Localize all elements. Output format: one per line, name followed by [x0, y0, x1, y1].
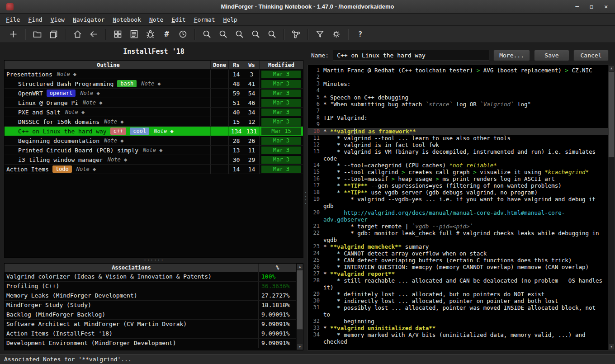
editor-line[interactable]: 9: [308, 121, 608, 128]
editor-line[interactable]: 3Minutes:: [308, 80, 608, 87]
find-outline-by-tag-button[interactable]: [233, 28, 246, 40]
editor-line[interactable]: 33* **valgrind uninitialized data**: [308, 325, 608, 331]
editor-line[interactable]: 23* **valgrind memcheck** summary: [308, 243, 608, 250]
find-note-by-name-button[interactable]: [217, 28, 229, 40]
open-repository-button[interactable]: [31, 28, 43, 40]
save-button[interactable]: Save: [534, 50, 569, 61]
outline-column-header-ws[interactable]: Ws: [244, 61, 260, 69]
editor-line[interactable]: 11 * valgrind --tool ... learn to use al…: [308, 135, 608, 142]
outline-column-header-rs[interactable]: Rs: [229, 61, 244, 69]
recent-notes-button[interactable]: [177, 28, 189, 40]
editor-line[interactable]: 8TIP Valgrind:: [308, 114, 608, 121]
outline-row[interactable]: OpenWRTopenwrtNote ◆5954Mar 3: [5, 89, 303, 98]
editor-line[interactable]: 29 * definitely lost ... allocated, but …: [308, 291, 608, 298]
menu-notebook[interactable]: Notebook: [109, 14, 145, 25]
associations-header-label[interactable]: Associations: [5, 264, 258, 272]
editor-line[interactable]: 24 * CANNOT detect array overflow when o…: [308, 250, 608, 257]
editor-line[interactable]: 6* "When submitting bug attach `strace` …: [308, 101, 608, 108]
home-button[interactable]: [71, 28, 84, 40]
markdown-editor[interactable]: 1Martin Franc @ Redhat (C++ toolchain te…: [308, 65, 615, 350]
full-text-search-button[interactable]: [266, 28, 278, 40]
menu-find[interactable]: Find: [24, 14, 46, 25]
title-bar[interactable]: MindForger - Thinking Notebook - 1.47.0 …: [0, 0, 615, 14]
editor-line[interactable]: 28 * still reachable ... allocated and C…: [308, 277, 608, 291]
editor-line[interactable]: 13 * valgrind is VM (binary is decompile…: [308, 148, 608, 162]
association-row[interactable]: Development Environment (MindForger Deve…: [5, 339, 296, 348]
note-name-input[interactable]: [333, 50, 489, 61]
menu-edit[interactable]: Edit: [167, 14, 189, 25]
association-row[interactable]: Backlog (MindForger Backlog)9.09091%: [5, 310, 296, 320]
association-row[interactable]: Valgrind colorizer (Ideas & Vision & Inn…: [5, 272, 296, 282]
outline-column-header-outline[interactable]: Outline: [5, 61, 211, 69]
menu-navigator[interactable]: Navigator: [69, 14, 109, 25]
editor-line[interactable]: 27* **valgrind report**: [308, 270, 608, 277]
outline-row[interactable]: C++ on Linux the hard wayc++coolNote ◆13…: [5, 127, 303, 136]
close-button[interactable]: ✕: [604, 3, 608, 10]
editor-line[interactable]: 30 * indirectly lost ... allocated, poin…: [308, 298, 608, 304]
editor-scrollbar-thumb[interactable]: [608, 71, 615, 157]
scroll-up-icon[interactable]: ▲: [297, 264, 303, 270]
editor-line[interactable]: 1Martin Franc @ Redhat (C++ toolchain te…: [308, 67, 608, 74]
editor-line[interactable]: 34 * memory marked with A/V bits (uninit…: [308, 331, 608, 345]
outline-row[interactable]: Action ItemstodoNote ◆1414Mar 3: [5, 165, 303, 174]
navigator-button[interactable]: [290, 28, 302, 40]
editor-line[interactable]: 10* **valgrind as framework**: [308, 128, 608, 135]
adapt-button[interactable]: [330, 28, 342, 40]
editor-line[interactable]: 18 * **TIP** use vgdb server (gdb debugs…: [308, 189, 608, 196]
associations-scrollbar[interactable]: ▲ ▼: [296, 264, 303, 350]
duplicate-button[interactable]: [47, 28, 60, 40]
associations-panel[interactable]: Associations % Valgrind colorizer (Ideas…: [4, 263, 303, 350]
more-button[interactable]: More...: [493, 50, 530, 61]
outline-row[interactable]: PXE and SaltNote ◆4034Mar 3: [5, 108, 303, 117]
associations-scrollbar-thumb[interactable]: [297, 270, 303, 330]
maximize-button[interactable]: ◻: [590, 3, 593, 10]
editor-scrollbar[interactable]: ▲ ▼: [608, 65, 615, 350]
editor-line[interactable]: 31 * possibly lost ... allocated, pointe…: [308, 304, 608, 318]
association-row[interactable]: Software Architect at MindForger (CV Mar…: [5, 320, 296, 329]
editor-line[interactable]: 12 * valgrind is in fact tool fwk: [308, 142, 608, 148]
editor-line[interactable]: 4: [308, 87, 608, 94]
menu-note[interactable]: Note: [145, 14, 167, 25]
scroll-down-icon[interactable]: ▼: [297, 344, 303, 350]
find-outline-by-name-button[interactable]: [201, 28, 213, 40]
editor-line[interactable]: 22 * gdb: monitor leak_check full # valg…: [308, 230, 608, 243]
new-notebook-button[interactable]: [7, 28, 19, 40]
list-view-button[interactable]: [128, 28, 140, 40]
menu-format[interactable]: Format: [190, 14, 219, 25]
editor-line[interactable]: 16 * --tool=massif > heap usage > ms_pri…: [308, 175, 608, 182]
editor-line[interactable]: 14 * --tool=cachegrind (CPU caches) *not…: [308, 162, 608, 169]
tags-button[interactable]: #: [161, 28, 173, 40]
help-button[interactable]: ?: [354, 28, 366, 40]
outline-row[interactable]: DNSSEC for 150k domainsNote ◆1512Mar 3: [5, 117, 303, 127]
outline-row[interactable]: i3 tiling window managerNote ◆3029Mar 3: [5, 155, 303, 165]
scroll-down-icon[interactable]: ▼: [608, 344, 615, 350]
menu-help[interactable]: Help: [219, 14, 241, 25]
editor-line[interactable]: 5* Speech on C++ debugging: [308, 94, 608, 101]
outline-row[interactable]: PresentationsNote ◆143Mar 3: [5, 70, 303, 79]
editor-line[interactable]: 32 beginning: [308, 318, 608, 325]
editor-line[interactable]: 26 * INTERVIEW QUESTION: memcpy (memory …: [308, 264, 608, 270]
editor-line[interactable]: 7: [308, 108, 608, 114]
cancel-button[interactable]: Cancel: [573, 50, 609, 61]
find-note-by-tag-button[interactable]: [250, 28, 262, 40]
association-row[interactable]: Action Items (InstallFest '18)9.09091%: [5, 329, 296, 339]
outline-row[interactable]: Linux @ Orange PiNote ◆5146Mar 3: [5, 98, 303, 108]
editor-line[interactable]: 2: [308, 74, 608, 80]
editor-line[interactable]: 17 * **TIP** --gen-supressions=yes (filt…: [308, 182, 608, 189]
outline-row[interactable]: Beginning documentationNote ◆2826Mar 3: [5, 136, 303, 146]
minimize-button[interactable]: ─: [576, 3, 579, 10]
outline-column-header-modified[interactable]: Modified: [260, 61, 303, 69]
scroll-up-icon[interactable]: ▲: [608, 65, 615, 71]
editor-line[interactable]: 15 * --tool=callgrind > creates call gra…: [308, 169, 608, 175]
grid-view-button[interactable]: [112, 28, 124, 40]
association-row[interactable]: Memory Leaks (MindForger Development)27.…: [5, 291, 296, 301]
outline-column-header-done[interactable]: Done: [211, 61, 229, 69]
editor-line[interactable]: 19 * valgrind --vgdb=yes ... i.e. if you…: [308, 196, 608, 209]
vertical-splitter[interactable]: ····: [303, 43, 308, 354]
bug-tracker-button[interactable]: [144, 28, 156, 40]
association-row[interactable]: Profiling (C++)36.3636%: [5, 282, 296, 291]
menu-file[interactable]: File: [2, 14, 24, 25]
back-button[interactable]: [88, 28, 100, 40]
editor-line[interactable]: 21 * target remote | `vgdb --pid=<pid>`: [308, 223, 608, 230]
menu-view[interactable]: View: [47, 14, 69, 25]
